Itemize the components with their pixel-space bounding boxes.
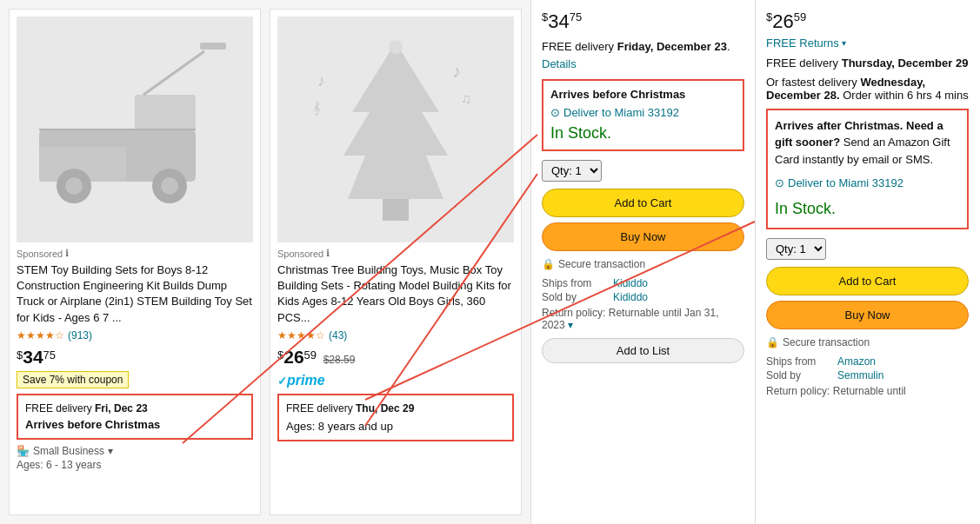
stars-1[interactable]: ★★★★☆ — [17, 329, 64, 342]
delivery-arrives-1: Arrives before Christmas — [25, 416, 244, 434]
svg-text:♪: ♪ — [317, 72, 325, 90]
secure-row-2: 🔒 Secure transaction — [766, 336, 969, 348]
add-to-list-button-1[interactable]: Add to List — [542, 338, 744, 363]
gift-box-2: Arrives after Christmas. Need a gift soo… — [766, 109, 969, 229]
delivery-line1-1: FREE delivery Fri, Dec 23 — [25, 401, 244, 416]
add-to-cart-button-1[interactable]: Add to Cart — [542, 189, 744, 217]
price-original-2: $28.59 — [323, 354, 356, 366]
svg-text:♪: ♪ — [452, 62, 461, 81]
location-icon-2: ⊙ — [775, 175, 784, 192]
ships-from-row-2: Ships from Amazon Sold by Semmulin — [766, 355, 969, 381]
panel-price-2: $2659 — [766, 10, 969, 33]
stars-2[interactable]: ★★★★☆ — [277, 329, 325, 342]
deliver-to-2[interactable]: ⊙ Deliver to Miami 33192 — [775, 175, 960, 192]
product-image-1 — [17, 17, 253, 242]
main-layout: Sponsored ℹ STEM Toy Building Sets for B… — [0, 0, 980, 524]
rating-row-1: ★★★★☆ (913) — [17, 329, 253, 342]
product-list: Sponsored ℹ STEM Toy Building Sets for B… — [0, 0, 530, 524]
qty-row-2: Qty: 1 Qty: 2 Qty: 3 — [766, 238, 969, 260]
qty-select-2[interactable]: Qty: 1 Qty: 2 Qty: 3 — [766, 238, 826, 260]
delivery-box-1: FREE delivery Fri, Dec 23 Arrives before… — [17, 394, 253, 441]
delivery-line1-2: FREE delivery Thu, Dec 29 — [286, 401, 505, 416]
panel1-delivery: FREE delivery Friday, December 23. Detai… — [542, 38, 744, 72]
details-link-1[interactable]: Details — [542, 57, 577, 70]
sponsored-label-2: Sponsored ℹ — [277, 248, 514, 259]
add-to-cart-button-2[interactable]: Add to Cart — [766, 267, 969, 295]
sponsored-label-1: Sponsored ℹ — [17, 248, 253, 259]
rating-row-2: ★★★★☆ (43) — [277, 329, 514, 342]
price-main-1: 34 — [23, 347, 43, 367]
deliver-to-1[interactable]: ⊙ Deliver to Miami 33192 — [550, 106, 736, 119]
secure-row-1: 🔒 Secure transaction — [542, 258, 744, 270]
info-icon-1: ℹ — [65, 248, 69, 259]
free-returns-2[interactable]: FREE Returns ▾ — [766, 36, 969, 50]
product-illustration-1 — [30, 25, 239, 234]
gift-title-2: Arrives after Christmas. Need a gift soo… — [775, 117, 960, 169]
svg-point-4 — [65, 177, 83, 195]
return-policy-2: Return policy: Returnable until — [766, 385, 969, 397]
fastest-delivery-2: Or fastest delivery Wednesday, December … — [766, 76, 969, 102]
product-card-1: Sponsored ℹ STEM Toy Building Sets for B… — [9, 9, 261, 515]
svg-text:𝄞: 𝄞 — [313, 101, 320, 116]
product-title-1[interactable]: STEM Toy Building Sets for Boys 8-12 Con… — [17, 262, 253, 326]
qty-row-1: Qty: 1 Qty: 2 Qty: 3 — [542, 160, 744, 182]
review-count-2[interactable]: (43) — [329, 329, 347, 342]
product-title-2[interactable]: Christmas Tree Building Toys, Music Box … — [277, 262, 514, 326]
svg-marker-10 — [343, 43, 448, 199]
small-biz-icon-1: 🏪 — [17, 445, 30, 457]
return-chevron-1[interactable]: ▾ — [568, 319, 573, 331]
review-count-1[interactable]: (913) — [68, 329, 92, 342]
in-stock-1: In Stock. — [550, 124, 736, 143]
svg-text:♫: ♫ — [461, 91, 471, 106]
svg-rect-1 — [135, 95, 196, 129]
buy-now-button-2[interactable]: Buy Now — [766, 301, 969, 329]
arrives-box-1: Arrives before Christmas ⊙ Deliver to Mi… — [542, 79, 744, 151]
svg-point-12 — [389, 40, 403, 54]
small-business-row-1: 🏪 Small Business ▾ — [17, 445, 253, 457]
svg-point-6 — [161, 177, 178, 195]
prime-row-2: ✓prime — [277, 373, 514, 388]
product-illustration-2: ♪ ♫ ♪ 𝄞 — [291, 25, 500, 234]
return-policy-1: Return policy: Returnable until Jan 31, … — [542, 307, 744, 331]
qty-select-1[interactable]: Qty: 1 Qty: 2 Qty: 3 — [542, 160, 602, 182]
detail-panel-1: $3475 FREE delivery Friday, December 23.… — [530, 0, 755, 524]
lock-icon-2: 🔒 — [766, 336, 779, 348]
price-cents-1: 75 — [43, 348, 56, 361]
lock-icon-1: 🔒 — [542, 258, 555, 270]
arrives-title-1: Arrives before Christmas — [550, 88, 736, 101]
delivery-box-2: FREE delivery Thu, Dec 29 Ages: 8 years … — [277, 394, 514, 442]
product-image-2: ♪ ♫ ♪ 𝄞 — [277, 17, 514, 242]
returns-chevron-2: ▾ — [842, 38, 846, 48]
panel2-delivery: FREE delivery Thursday, December 29 — [766, 55, 969, 72]
price-row-1: $3475 — [17, 347, 253, 368]
price-cents-2: 59 — [304, 348, 317, 361]
location-icon-1: ⊙ — [550, 106, 560, 119]
ships-from-row-1: Ships from Kididdo Sold by Kididdo — [542, 277, 744, 303]
info-icon-2: ℹ — [326, 248, 330, 259]
price-row-2: $2659 $28.59 — [277, 347, 514, 368]
coupon-badge-1[interactable]: Save 7% with coupon — [17, 371, 129, 388]
buy-now-button-1[interactable]: Buy Now — [542, 222, 744, 251]
svg-rect-11 — [383, 199, 409, 221]
detail-panel-2: $2659 FREE Returns ▾ FREE delivery Thurs… — [755, 0, 979, 524]
price-main-2: 26 — [283, 347, 303, 367]
svg-line-8 — [143, 51, 204, 95]
in-stock-2: In Stock. — [775, 197, 960, 221]
ages-row-1: Ages: 6 - 13 years — [17, 459, 253, 471]
ages-note-2: Ages: 8 years and up — [286, 418, 505, 435]
svg-rect-9 — [200, 43, 226, 50]
panel-price-1: $3475 — [542, 10, 744, 33]
product-card-2: ♪ ♫ ♪ 𝄞 Sponsored ℹ Christmas Tree Build… — [270, 9, 522, 515]
